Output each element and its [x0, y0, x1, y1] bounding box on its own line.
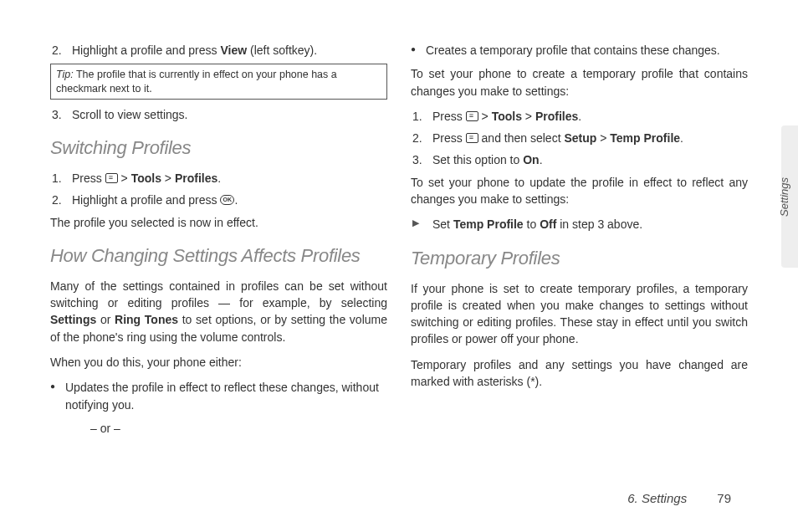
bold-text: View: [220, 43, 247, 57]
footer-page-number: 79: [717, 491, 731, 505]
step-text: Press: [432, 110, 466, 123]
step-number: 3.: [412, 151, 422, 168]
paragraph: When you do this, your phone either:: [50, 354, 387, 371]
bold-text: Ring Tones: [115, 313, 178, 326]
bold-text: Tools: [131, 171, 161, 185]
or-separator: – or –: [90, 420, 387, 437]
step-text: (left softkey).: [247, 43, 317, 57]
bold-text: Profiles: [535, 110, 578, 123]
list-item: 3. Scroll to view settings.: [72, 106, 387, 123]
step-number: 2.: [412, 130, 422, 146]
bullet-item: Creates a temporary profile that contain…: [411, 42, 748, 59]
list-item: 2. Press and then select Setup > Temp Pr…: [432, 130, 748, 146]
footer-chapter: 6. Settings: [627, 491, 687, 505]
gt: >: [118, 171, 131, 185]
menu-key-icon: [466, 133, 478, 143]
left-column: 2. Highlight a profile and press View (l…: [50, 42, 387, 468]
body-text: Many of the settings contained in profil…: [50, 279, 387, 309]
list-item: 1. Press > Tools > Profiles.: [432, 108, 748, 125]
ok-key-icon: [220, 195, 234, 205]
bold-text: Profiles: [175, 171, 217, 185]
paragraph: Many of the settings contained in profil…: [50, 278, 387, 345]
bullet-text: Updates the profile in effect to reflect…: [65, 381, 379, 411]
tip-text: The profile that is currently in effect …: [56, 69, 337, 94]
step-number: 1.: [52, 170, 62, 187]
step-text: Scroll to view settings.: [72, 108, 188, 121]
bold-text: Settings: [50, 313, 96, 326]
bold-text: Temp Profile: [610, 131, 680, 145]
gt: >: [161, 171, 175, 185]
heading-changing-settings: How Changing Settings Affects Profiles: [50, 243, 387, 269]
heading-switching-profiles: Switching Profiles: [50, 135, 387, 161]
gt: >: [596, 131, 610, 145]
step-text: Highlight a profile and press: [72, 193, 220, 207]
tip-box: Tip: The profile that is currently in ef…: [50, 64, 387, 100]
list-item: 3. Set this option to On.: [432, 151, 748, 168]
bullet-text: Creates a temporary profile that contain…: [426, 43, 720, 57]
step-text: and then select: [478, 131, 565, 145]
arrow-text: to: [524, 217, 540, 231]
step-number: 2.: [52, 42, 62, 59]
gt: >: [478, 110, 492, 123]
list-item: 1. Press > Tools > Profiles.: [72, 170, 387, 187]
side-tab-label: Settings: [778, 177, 790, 217]
step-number: 2.: [52, 192, 62, 208]
bullet-item: Updates the profile in effect to reflect…: [50, 379, 387, 413]
bold-text: Tools: [492, 110, 522, 123]
gt: >: [522, 110, 535, 123]
step-text: Highlight a profile and press: [72, 43, 220, 57]
two-column-layout: 2. Highlight a profile and press View (l…: [50, 42, 748, 468]
menu-key-icon: [466, 111, 478, 121]
step-text: Press: [72, 171, 105, 185]
paragraph: To set your phone to update the profile …: [411, 174, 748, 208]
page-footer: 6. Settings 79: [627, 491, 731, 505]
bold-text: On: [523, 153, 539, 166]
step-text: Press: [432, 131, 466, 145]
bold-text: Setup: [564, 131, 596, 145]
arrow-text: in step 3 above.: [556, 217, 642, 231]
heading-temporary-profiles: Temporary Profiles: [411, 245, 748, 272]
right-column: Creates a temporary profile that contain…: [411, 42, 748, 468]
bold-text: Off: [540, 217, 556, 231]
paragraph: Temporary profiles and any settings you …: [411, 356, 748, 391]
tip-label: Tip:: [56, 69, 74, 80]
step-number: 3.: [52, 106, 62, 123]
list-item: 2. Highlight a profile and press .: [72, 192, 387, 208]
bold-text: Temp Profile: [453, 217, 524, 231]
paragraph: To set your phone to create a temporary …: [411, 65, 748, 100]
arrow-item: Set Temp Profile to Off in step 3 above.: [411, 216, 748, 233]
step-text: Set this option to: [432, 153, 523, 166]
list-item: 2. Highlight a profile and press View (l…: [72, 42, 387, 59]
menu-key-icon: [105, 173, 118, 183]
body-text: or: [96, 313, 115, 326]
step-number: 1.: [412, 108, 422, 125]
side-tab: Settings: [781, 125, 798, 268]
arrow-text: Set: [432, 217, 453, 231]
paragraph: If your phone is set to create temporary…: [411, 280, 748, 348]
paragraph: The profile you selected is now in effec…: [50, 214, 387, 231]
